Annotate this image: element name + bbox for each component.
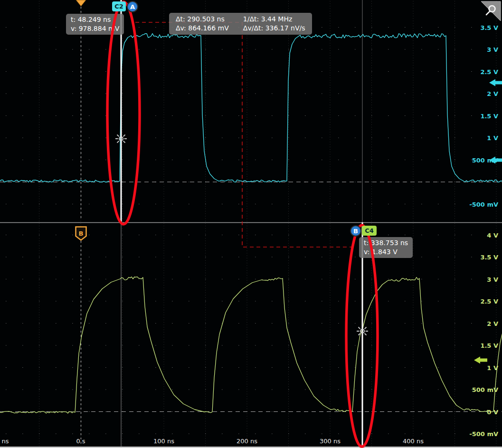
y-axis-label: 3.5 V: [480, 24, 498, 31]
cursor-b-badge[interactable]: B: [350, 225, 361, 237]
delta-voltage-value: Δv: 864.166 mV: [176, 24, 229, 33]
y-axis-label: 2 V: [487, 90, 498, 97]
cursor-a-channel-badge[interactable]: C2: [112, 1, 126, 11]
magnifier-icon: [486, 6, 495, 15]
y-axis-label: 1 V: [487, 364, 498, 371]
y-axis-label: 500 mV: [472, 156, 498, 163]
cursor-a-crosshair-icon[interactable]: [115, 135, 127, 143]
y-axis-label: 3 V: [487, 46, 498, 53]
cursor-delta-readout[interactable]: Δt: 290.503 ns Δv: 864.166 mV 1/Δt: 3.44…: [169, 13, 312, 35]
cursor-link-dashed-line: [135, 22, 353, 247]
cursor-b-channel-badge[interactable]: C4: [362, 226, 377, 236]
y-axis-label: 0 V: [487, 408, 498, 415]
x-axis-label: 0 s: [76, 438, 85, 445]
y-axis-label: 3 V: [487, 276, 498, 283]
cursor-a-time-value: t: 48.249 ns: [71, 15, 119, 24]
ch2-waveform-trace: [0, 34, 502, 182]
cursor-b-time-value: t: 338.753 ns: [364, 238, 408, 248]
x-axis-label: 300 ns: [320, 438, 341, 445]
y-axis-label: 4 V: [487, 231, 498, 238]
x-axis-label: 200 ns: [237, 438, 257, 445]
cursor-a-readout[interactable]: t: 48.249 ns v: 978.884 mV: [66, 14, 124, 35]
inverse-delta-time-value: 1/Δt: 3.44 MHz: [243, 15, 305, 24]
y-axis-label: -500 mV: [469, 200, 498, 208]
cursor-b-crosshair-icon[interactable]: [357, 327, 368, 335]
trigger-marker-a-icon[interactable]: [76, 0, 86, 6]
x-axis-label: 400 ns: [403, 438, 424, 445]
y-axis-label: 2 V: [487, 320, 498, 327]
annotation-ellipse-cursor-b: [346, 225, 378, 447]
y-axis-label: 1.5 V: [480, 342, 498, 349]
trigger-marker-b-icon[interactable]: B: [76, 227, 86, 240]
graticule-grid: [6, 1, 499, 447]
y-axis-label: 500 mV: [472, 386, 498, 393]
ch2-trigger-level-arrow-icon[interactable]: [489, 79, 502, 86]
annotation-ellipse-cursor-a: [107, 2, 140, 224]
x-axis-label: ns: [1, 438, 9, 445]
cursor-a-badge[interactable]: A: [127, 1, 138, 12]
cursor-b-readout[interactable]: t: 338.753 ns v: 1.843 V: [359, 237, 413, 258]
ch4-ground-level-arrow-icon[interactable]: [474, 357, 487, 364]
delta-time-value: Δt: 290.503 ns: [176, 15, 229, 24]
y-axis-label: 2.5 V: [480, 298, 498, 305]
zoom-corner-button[interactable]: [481, 1, 501, 21]
slope-value: Δv/Δt: 336.17 nV/s: [243, 24, 305, 33]
y-axis-label: 1 V: [487, 134, 498, 142]
y-axis-label: 2.5 V: [480, 68, 498, 75]
trigger-marker-b-label: B: [79, 230, 84, 237]
oscilloscope-display: B t: 48.249 ns v: 978.884 mV Δt: 290.503…: [0, 0, 502, 448]
cursor-b-voltage-value: v: 1.843 V: [364, 248, 408, 257]
x-axis-label: 100 ns: [153, 438, 174, 445]
ch4-waveform-trace: [0, 277, 502, 413]
y-axis-label: -500 mV: [469, 430, 498, 438]
y-axis-label: 3.5 V: [480, 254, 498, 261]
y-axis-label: 1.5 V: [480, 112, 498, 119]
cursor-a-voltage-value: v: 978.884 mV: [71, 24, 119, 33]
